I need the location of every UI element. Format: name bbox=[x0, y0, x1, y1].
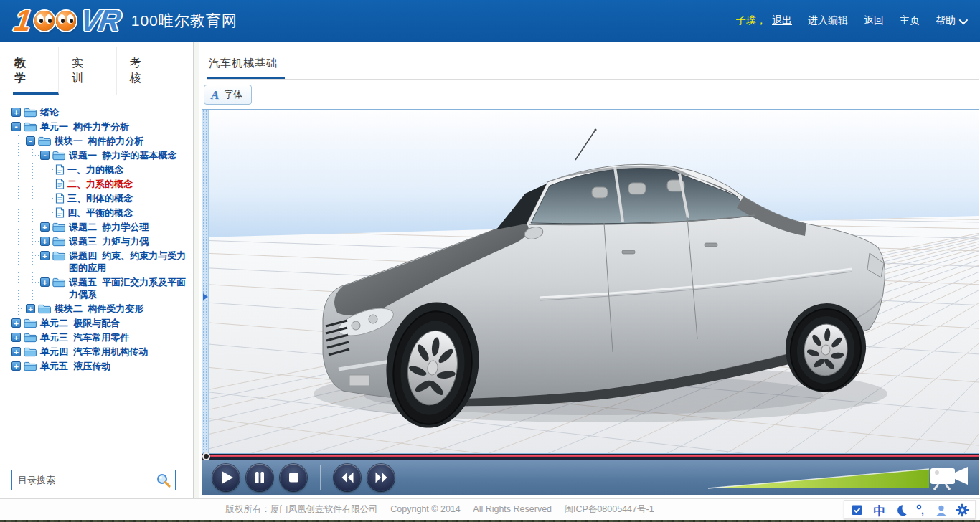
tab-course-title[interactable]: 汽车机械基础 bbox=[207, 47, 285, 79]
forward-button[interactable] bbox=[367, 464, 395, 491]
tree-item[interactable]: +单元四 汽车常用机构传动 bbox=[11, 346, 190, 358]
tree-item-label[interactable]: 三、刚体的概念 bbox=[67, 192, 136, 204]
logout-link[interactable]: 退出 bbox=[772, 14, 792, 27]
tree-item[interactable]: +模块二 构件受力变形 bbox=[11, 303, 190, 315]
collapse-icon[interactable]: - bbox=[11, 122, 21, 131]
tree-item-label[interactable]: 二、力系的概念 bbox=[67, 178, 136, 190]
tree-guide bbox=[11, 178, 26, 190]
font-button-label: 字体 bbox=[224, 88, 242, 101]
folder-icon bbox=[52, 236, 66, 247]
tab-assessment[interactable]: 考 核 bbox=[128, 47, 174, 95]
tree-item[interactable]: +课题二 静力学公理 bbox=[11, 221, 190, 233]
expand-icon[interactable]: + bbox=[11, 318, 21, 328]
viewer-splitter[interactable] bbox=[202, 110, 209, 453]
user-name: 子璞， bbox=[736, 14, 766, 27]
doc-icon bbox=[55, 207, 65, 218]
tab-teaching[interactable]: 教 学 bbox=[13, 47, 59, 95]
controls-divider bbox=[320, 465, 321, 490]
rewind-icon bbox=[335, 465, 359, 490]
tree-item[interactable]: 二、力系的概念 bbox=[11, 178, 190, 190]
back-link[interactable]: 返回 bbox=[864, 14, 884, 27]
tree-item[interactable]: +课题四 约束、约束力与受力图的应用 bbox=[11, 250, 190, 274]
expand-icon[interactable]: + bbox=[40, 237, 50, 246]
tree-item-label[interactable]: 模块一 构件静力分析 bbox=[55, 135, 146, 147]
header-nav: 子璞， 退出 进入编辑 返回 主页 帮助 bbox=[736, 14, 966, 27]
tree-item[interactable]: +单元五 液压传动 bbox=[11, 360, 190, 372]
tree-item-label[interactable]: 单元二 极限与配合 bbox=[40, 317, 123, 329]
help-menu[interactable]: 帮助 bbox=[936, 14, 966, 27]
settings-gear-icon[interactable] bbox=[956, 503, 969, 517]
font-button[interactable]: A 字体 bbox=[204, 85, 252, 105]
search-input[interactable] bbox=[18, 475, 156, 485]
tree-guide bbox=[26, 149, 40, 161]
expand-icon[interactable]: + bbox=[40, 251, 50, 260]
tree-item[interactable]: 一、力的概念 bbox=[11, 163, 190, 176]
expand-icon[interactable]: + bbox=[11, 333, 21, 342]
tree-item[interactable]: +单元三 汽车常用零件 bbox=[11, 331, 190, 343]
folder-icon bbox=[52, 277, 66, 288]
tree-item[interactable]: +绪论 bbox=[11, 106, 190, 118]
stop-button[interactable] bbox=[280, 464, 307, 491]
tree-guide bbox=[26, 192, 40, 204]
tree-guide bbox=[26, 207, 40, 219]
expand-icon[interactable]: + bbox=[26, 304, 35, 313]
tree-item-label[interactable]: 课题四 约束、约束力与受力图的应用 bbox=[69, 250, 190, 274]
main-panel: 汽车机械基础 A 字体 bbox=[199, 42, 980, 498]
rewind-button[interactable] bbox=[334, 464, 361, 491]
tree-item-label[interactable]: 模块二 构件受力变形 bbox=[55, 303, 146, 315]
tree-item-label[interactable]: 四、平衡的概念 bbox=[67, 207, 136, 219]
expand-icon[interactable]: + bbox=[40, 222, 50, 232]
splitter-arrow-icon[interactable] bbox=[203, 293, 208, 300]
course-sidebar: 教 学 实 训 考 核 +绪论-单元一 构件力学分析-模块一 构件静力分析-课题… bbox=[0, 42, 194, 498]
tab-training[interactable]: 实 训 bbox=[70, 47, 116, 95]
tree-item[interactable]: -课题一 静力学的基本概念 bbox=[11, 149, 190, 161]
pause-button[interactable] bbox=[246, 464, 273, 491]
home-link[interactable]: 主页 bbox=[900, 14, 920, 27]
collapse-icon[interactable]: - bbox=[26, 136, 35, 146]
tree-item-label[interactable]: 绪论 bbox=[40, 106, 62, 118]
fullwidth-moon-icon[interactable] bbox=[895, 503, 908, 517]
expand-icon[interactable]: + bbox=[11, 108, 21, 117]
tree-guide bbox=[26, 221, 40, 233]
copyright-cn: 版权所有：厦门凤凰创壹软件有限公司 bbox=[225, 504, 378, 514]
expand-icon[interactable]: + bbox=[11, 361, 21, 371]
tree-item-label[interactable]: 课题五 平面汇交力系及平面力偶系 bbox=[69, 276, 190, 300]
user-icon[interactable] bbox=[935, 503, 948, 517]
tree-item-label[interactable]: 课题二 静力学公理 bbox=[69, 221, 151, 233]
enter-edit-link[interactable]: 进入编辑 bbox=[808, 14, 848, 27]
player-controls bbox=[202, 460, 979, 495]
expand-icon[interactable]: + bbox=[11, 347, 21, 356]
tree-item-label[interactable]: 单元三 汽车常用零件 bbox=[40, 331, 132, 343]
content-tabbar: 汽车机械基础 bbox=[207, 47, 979, 80]
3d-viewer[interactable] bbox=[202, 109, 979, 454]
tree-item-label[interactable]: 单元五 液压传动 bbox=[40, 360, 113, 372]
tree-item[interactable]: 四、平衡的概念 bbox=[11, 207, 190, 219]
toolbar: A 字体 bbox=[199, 80, 980, 110]
tree-item-label[interactable]: 一、力的概念 bbox=[67, 163, 126, 176]
punctuation-icon[interactable]: , bbox=[915, 503, 927, 517]
tree-guide bbox=[11, 276, 26, 300]
tree-item[interactable]: -单元一 构件力学分析 bbox=[11, 120, 190, 133]
site-logo[interactable]: 1 VR bbox=[14, 6, 120, 36]
tree-item-label[interactable]: 课题三 力矩与力偶 bbox=[69, 235, 151, 247]
folder-icon bbox=[24, 121, 37, 132]
tree-item[interactable]: +课题三 力矩与力偶 bbox=[11, 235, 190, 247]
tree-item[interactable]: -模块一 构件静力分析 bbox=[11, 135, 190, 147]
chinese-mode-icon[interactable]: 中 bbox=[872, 503, 887, 517]
help-label: 帮助 bbox=[936, 14, 956, 27]
tree-item-label[interactable]: 课题一 静力学的基本概念 bbox=[69, 149, 179, 161]
tree-item-label[interactable]: 单元一 构件力学分析 bbox=[40, 120, 132, 133]
tree-guide bbox=[26, 250, 40, 274]
ime-panel-icon[interactable] bbox=[850, 503, 864, 517]
tree-item-label[interactable]: 单元四 汽车常用机构传动 bbox=[40, 346, 151, 358]
playback-seekbar[interactable] bbox=[202, 454, 979, 460]
pause-icon bbox=[248, 465, 272, 490]
tree-item[interactable]: 三、刚体的概念 bbox=[11, 192, 190, 204]
play-button[interactable] bbox=[212, 464, 240, 491]
tree-item[interactable]: +单元二 极限与配合 bbox=[11, 317, 190, 329]
expand-icon[interactable]: + bbox=[40, 277, 50, 287]
collapse-icon[interactable]: - bbox=[40, 151, 50, 160]
tree-item[interactable]: +课题五 平面汇交力系及平面力偶系 bbox=[11, 276, 190, 300]
search-icon[interactable] bbox=[156, 473, 171, 488]
folder-icon bbox=[38, 136, 52, 146]
